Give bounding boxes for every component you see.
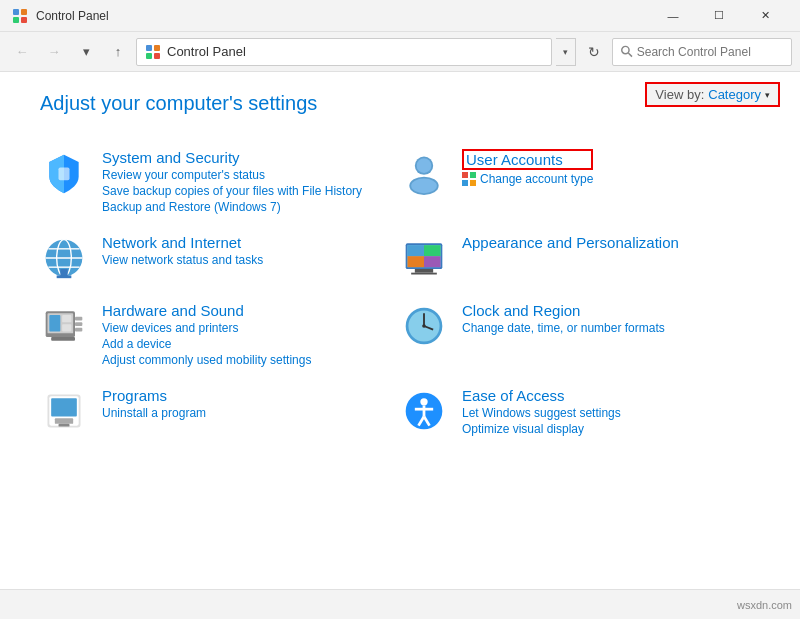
svg-rect-17: [462, 180, 468, 186]
category-user-accounts: User Accounts Change account type: [400, 139, 760, 224]
system-security-icon-container: [40, 149, 88, 197]
appearance-title[interactable]: Appearance and Personalization: [462, 234, 679, 251]
title-bar: Control Panel — ☐ ✕: [0, 0, 800, 32]
hardware-sound-icon-container: [40, 302, 88, 350]
network-internet-link-1[interactable]: View network status and tasks: [102, 253, 263, 267]
back-button[interactable]: ←: [8, 38, 36, 66]
hardware-sound-link-2[interactable]: Add a device: [102, 337, 311, 351]
svg-rect-39: [75, 317, 82, 321]
forward-icon: →: [48, 44, 61, 59]
category-programs: Programs Uninstall a program: [40, 377, 400, 446]
svg-rect-0: [13, 9, 19, 15]
svg-rect-16: [470, 172, 476, 178]
svg-point-14: [411, 179, 437, 194]
svg-point-8: [622, 46, 629, 53]
dropdown-arrow-icon: ▾: [563, 47, 568, 57]
system-security-title[interactable]: System and Security: [102, 149, 362, 166]
hardware-sound-link-1[interactable]: View devices and printers: [102, 321, 311, 335]
chevron-down-icon: ▾: [83, 44, 90, 59]
svg-rect-18: [470, 180, 476, 186]
category-hardware-sound: Hardware and Sound View devices and prin…: [40, 292, 400, 377]
programs-content: Programs Uninstall a program: [102, 387, 206, 420]
address-text: Control Panel: [167, 44, 246, 59]
programs-title[interactable]: Programs: [102, 387, 206, 404]
svg-rect-30: [408, 256, 425, 267]
svg-rect-6: [146, 53, 152, 59]
refresh-button[interactable]: ↻: [580, 38, 608, 66]
appearance-content: Appearance and Personalization: [462, 234, 679, 251]
hardware-sound-link-3[interactable]: Adjust commonly used mobility settings: [102, 353, 311, 367]
svg-rect-25: [57, 275, 72, 278]
svg-rect-4: [146, 45, 152, 51]
svg-rect-40: [75, 322, 82, 326]
category-appearance: Appearance and Personalization: [400, 224, 760, 292]
search-input[interactable]: [637, 45, 783, 59]
view-by-bar[interactable]: View by: Category ▾: [645, 82, 780, 107]
clock-region-link-1[interactable]: Change date, time, or number formats: [462, 321, 665, 335]
ease-access-icon-container: [400, 387, 448, 435]
clock-region-title[interactable]: Clock and Region: [462, 302, 665, 319]
network-internet-title[interactable]: Network and Internet: [102, 234, 263, 251]
up-button[interactable]: ↑: [104, 38, 132, 66]
status-bar: wsxdn.com: [0, 589, 800, 619]
forward-button[interactable]: →: [40, 38, 68, 66]
svg-rect-2: [13, 17, 19, 23]
window-title: Control Panel: [36, 9, 109, 23]
up-icon: ↑: [115, 44, 122, 59]
svg-rect-37: [62, 315, 71, 322]
clock-region-icon-container: [400, 302, 448, 350]
control-panel-icon: [145, 44, 161, 60]
category-clock-region: Clock and Region Change date, time, or n…: [400, 292, 760, 377]
svg-rect-42: [51, 337, 75, 341]
status-bar-text: wsxdn.com: [737, 599, 792, 611]
ease-access-link-2[interactable]: Optimize visual display: [462, 422, 621, 436]
address-field[interactable]: Control Panel: [136, 38, 552, 66]
svg-point-13: [417, 158, 432, 173]
address-dropdown[interactable]: ▾: [556, 38, 576, 66]
ease-access-link-1[interactable]: Let Windows suggest settings: [462, 406, 621, 420]
refresh-icon: ↻: [588, 44, 600, 60]
svg-rect-24: [60, 269, 67, 276]
network-internet-icon-container: [40, 234, 88, 282]
address-bar: ← → ▾ ↑ Control Panel ▾ ↻: [0, 32, 800, 72]
windows-logo-icon: [462, 172, 476, 186]
category-ease-access: Ease of Access Let Windows suggest setti…: [400, 377, 760, 446]
user-accounts-icon: [402, 151, 446, 195]
view-by-value: Category: [708, 87, 761, 102]
recent-locations-button[interactable]: ▾: [72, 38, 100, 66]
system-security-link-1[interactable]: Review your computer's status: [102, 168, 362, 182]
svg-rect-33: [411, 273, 437, 275]
search-icon: [621, 45, 633, 58]
view-by-label: View by:: [655, 87, 704, 102]
system-security-link-2[interactable]: Save backup copies of your files with Fi…: [102, 184, 362, 198]
svg-rect-28: [408, 245, 425, 256]
shield-icon: [42, 151, 86, 195]
svg-rect-38: [62, 324, 71, 331]
svg-rect-5: [154, 45, 160, 51]
title-bar-left: Control Panel: [12, 8, 109, 24]
system-security-content: System and Security Review your computer…: [102, 149, 362, 214]
hardware-sound-title[interactable]: Hardware and Sound: [102, 302, 311, 319]
system-security-link-3[interactable]: Backup and Restore (Windows 7): [102, 200, 362, 214]
svg-rect-36: [49, 315, 60, 332]
svg-rect-15: [462, 172, 468, 178]
user-accounts-title[interactable]: User Accounts: [462, 149, 593, 170]
hardware-icon: [42, 304, 86, 348]
svg-line-9: [628, 53, 632, 57]
svg-rect-50: [51, 398, 77, 416]
svg-rect-3: [21, 17, 27, 23]
view-by-dropdown-icon: ▾: [765, 90, 770, 100]
network-icon: [42, 236, 86, 280]
ease-access-title[interactable]: Ease of Access: [462, 387, 621, 404]
minimize-button[interactable]: —: [650, 0, 696, 32]
search-box[interactable]: [612, 38, 792, 66]
close-button[interactable]: ✕: [742, 0, 788, 32]
appearance-icon-container: [400, 234, 448, 282]
clock-region-content: Clock and Region Change date, time, or n…: [462, 302, 665, 335]
programs-link-1[interactable]: Uninstall a program: [102, 406, 206, 420]
user-accounts-link-1[interactable]: Change account type: [480, 172, 593, 186]
svg-rect-10: [59, 168, 70, 181]
user-accounts-icon-container: [400, 149, 448, 197]
maximize-button[interactable]: ☐: [696, 0, 742, 32]
user-accounts-content: User Accounts Change account type: [462, 149, 593, 186]
